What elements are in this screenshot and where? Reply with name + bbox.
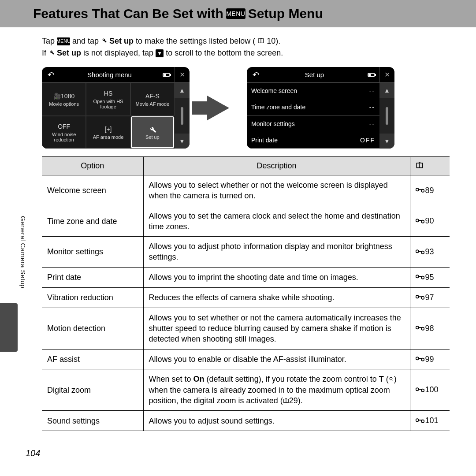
screenshots-row: ↶ Shooting menu ✕ 🎥1080Movie optionsHSOp… <box>0 63 476 156</box>
lcd-title: Shooting menu <box>60 71 160 78</box>
scroll-up-icon[interactable]: ▲ <box>175 83 190 98</box>
svg-point-14 <box>421 251 424 253</box>
setup-row[interactable]: Time zone and date-- <box>247 99 379 115</box>
ref-cell: 93 <box>410 237 450 268</box>
ref-cell: 90 <box>410 206 450 237</box>
opt-cell: AF assist <box>42 349 143 369</box>
table-row: Welcome screenAllows you to select wheth… <box>42 175 450 206</box>
wrench-icon <box>48 47 55 59</box>
arrow-right-icon <box>207 96 229 120</box>
svg-point-20 <box>421 297 424 299</box>
opt-cell: Sound settings <box>42 411 143 431</box>
reference-icon <box>416 356 424 362</box>
page-title-bar: Features That Can Be Set with MENU Setup… <box>0 0 476 27</box>
battery-icon <box>160 72 175 78</box>
svg-point-17 <box>421 276 424 279</box>
setup-row[interactable]: Monitor settings-- <box>247 116 379 132</box>
menu-cell[interactable]: AF-SMovie AF mode <box>130 83 175 116</box>
opt-cell: Monitor settings <box>42 237 143 268</box>
menu-cell[interactable]: Set up <box>130 116 175 149</box>
ref-cell: 89 <box>410 175 450 206</box>
svg-rect-1 <box>170 74 171 75</box>
svg-point-11 <box>421 220 424 223</box>
lcd-title: Set up <box>264 71 364 78</box>
col-reference <box>410 157 450 175</box>
svg-point-26 <box>421 358 424 361</box>
ref-cell: 100 <box>410 369 450 411</box>
col-option: Option <box>42 157 143 175</box>
wrench-icon <box>101 35 107 47</box>
scroll-up-icon[interactable]: ▲ <box>379 83 394 98</box>
title-post: Setup Menu <box>248 6 323 21</box>
down-arrow-icon: ▼ <box>156 49 164 57</box>
menu-icon: MENU <box>57 37 70 45</box>
page-title: Features That Can Be Set with MENU Setup… <box>33 6 458 21</box>
scroll-down-icon[interactable]: ▼ <box>175 134 190 149</box>
reference-icon <box>416 187 424 193</box>
menu-icon: MENU <box>226 8 245 19</box>
ref-cell: 99 <box>410 349 450 369</box>
scroll-down-icon[interactable]: ▼ <box>379 134 394 149</box>
reference-icon <box>416 325 424 331</box>
svg-point-34 <box>421 420 424 423</box>
section-label: General Camera Setup <box>19 216 27 288</box>
back-icon[interactable]: ↶ <box>247 70 264 80</box>
opt-cell: Digital zoom <box>42 369 143 411</box>
svg-rect-2 <box>164 74 166 75</box>
col-description: Description <box>143 157 410 175</box>
desc-cell: Allows you to adjust sound settings. <box>143 411 410 431</box>
opt-cell: Vibration reduction <box>42 287 143 308</box>
svg-point-23 <box>421 327 424 330</box>
reference-icon <box>416 418 424 424</box>
opt-cell: Motion detection <box>42 308 143 349</box>
menu-cell[interactable]: 🎥1080Movie options <box>42 83 86 116</box>
options-table: Option Description Welcome screenAllows … <box>0 156 476 431</box>
lcd-shooting-menu: ↶ Shooting menu ✕ 🎥1080Movie optionsHSOp… <box>42 67 190 149</box>
scrollbar[interactable] <box>379 98 394 134</box>
table-row: Vibration reductionReduces the effects o… <box>42 287 450 308</box>
setup-row[interactable]: Welcome screen-- <box>247 83 379 99</box>
desc-cell: Allows you to enable or disable the AF-a… <box>143 349 410 369</box>
ref-cell: 97 <box>410 287 450 308</box>
menu-cell[interactable]: OFFWind noise reduction <box>42 116 86 149</box>
desc-cell: Reduces the effects of camera shake whil… <box>143 287 410 308</box>
desc-cell: Allows you to imprint the shooting date … <box>143 267 410 287</box>
svg-line-28 <box>392 380 393 381</box>
ref-cell: 95 <box>410 267 450 287</box>
ref-cell: 98 <box>410 308 450 349</box>
reference-icon <box>416 387 424 393</box>
ref-cell: 101 <box>410 411 450 431</box>
opt-cell: Print date <box>42 267 143 287</box>
back-icon[interactable]: ↶ <box>42 70 60 80</box>
lcd-setup-menu: ↶ Set up ✕ Welcome screen--Time zone and… <box>247 67 394 149</box>
desc-cell: When set to On (default setting), if you… <box>143 369 410 411</box>
opt-cell: Time zone and date <box>42 206 143 237</box>
desc-cell: Allows you to select whether or not the … <box>143 175 410 206</box>
section-tab <box>0 303 18 352</box>
table-row: Sound settingsAllows you to adjust sound… <box>42 411 450 431</box>
table-row: Time zone and dateAllows you to set the … <box>42 206 450 237</box>
close-icon[interactable]: ✕ <box>175 67 190 83</box>
svg-point-8 <box>421 190 424 192</box>
table-row: Motion detectionAllows you to set whethe… <box>42 308 450 349</box>
close-icon[interactable]: ✕ <box>379 67 394 83</box>
reference-icon <box>416 218 424 224</box>
intro-text: Tap MENU and tap Set up to make the sett… <box>0 27 476 63</box>
table-row: Monitor settingsAllows you to adjust pho… <box>42 237 450 268</box>
desc-cell: Allows you to set the camera clock and s… <box>143 206 410 237</box>
page-number: 104 <box>26 448 40 458</box>
menu-cell[interactable]: [+]AF area mode <box>86 116 130 149</box>
setup-row[interactable]: Print dateOFF <box>247 132 379 149</box>
desc-cell: Allows you to adjust photo information d… <box>143 237 410 268</box>
svg-rect-5 <box>369 74 371 75</box>
table-row: Digital zoomWhen set to On (default sett… <box>42 369 450 411</box>
table-row: Print dateAllows you to imprint the shoo… <box>42 267 450 287</box>
battery-icon <box>364 72 379 78</box>
table-row: AF assistAllows you to enable or disable… <box>42 349 450 369</box>
menu-cell[interactable]: HSOpen with HS footage <box>86 83 130 116</box>
scrollbar[interactable] <box>175 98 190 134</box>
reference-icon <box>416 294 424 300</box>
title-pre: Features That Can Be Set with <box>33 6 223 21</box>
book-icon <box>257 35 264 47</box>
opt-cell: Welcome screen <box>42 175 143 206</box>
